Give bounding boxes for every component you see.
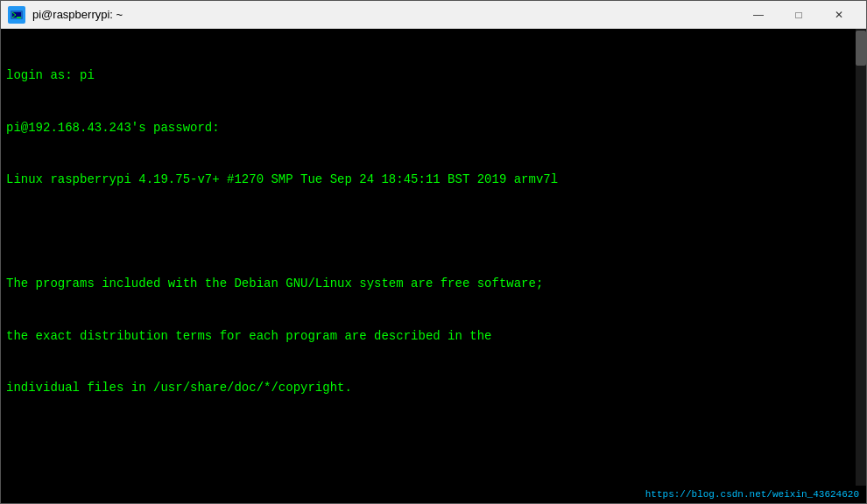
terminal-line: Linux raspberrypi 4.19.75-v7+ #1270 SMP … bbox=[6, 171, 861, 188]
terminal-output: login as: pi pi@192.168.43.243's passwor… bbox=[6, 32, 861, 486]
scrollbar[interactable] bbox=[856, 29, 866, 486]
terminal-line: The programs included with the Debian GN… bbox=[6, 275, 861, 292]
minimize-button[interactable]: — bbox=[738, 1, 779, 29]
terminal-line bbox=[6, 431, 861, 449]
status-url: https://blog.csdn.net/weixin_43624620 bbox=[645, 489, 859, 500]
terminal-body[interactable]: login as: pi pi@192.168.43.243's passwor… bbox=[1, 29, 866, 486]
window-title: pi@raspberrypi: ~ bbox=[32, 8, 123, 21]
terminal-window: pi@raspberrypi: ~ — □ ✕ login as: pi pi@… bbox=[0, 0, 867, 504]
terminal-line: Debian GNU/Linux comes with ABSOLUTELY N… bbox=[6, 483, 861, 486]
app-icon bbox=[8, 6, 25, 24]
scrollbar-thumb[interactable] bbox=[856, 31, 866, 66]
status-bar: https://blog.csdn.net/weixin_43624620 bbox=[1, 486, 866, 503]
close-button[interactable]: ✕ bbox=[819, 1, 859, 29]
window-controls: — □ ✕ bbox=[738, 1, 859, 29]
terminal-line: pi@192.168.43.243's password: bbox=[6, 119, 861, 136]
titlebar-left: pi@raspberrypi: ~ bbox=[8, 6, 123, 24]
terminal-line: the exact distribution terms for each pr… bbox=[6, 327, 861, 345]
maximize-button[interactable]: □ bbox=[779, 1, 819, 29]
terminal-line: login as: pi bbox=[6, 66, 861, 84]
terminal-line: individual files in /usr/share/doc/*/cop… bbox=[6, 379, 861, 396]
terminal-line bbox=[6, 223, 861, 241]
titlebar: pi@raspberrypi: ~ — □ ✕ bbox=[1, 1, 866, 29]
